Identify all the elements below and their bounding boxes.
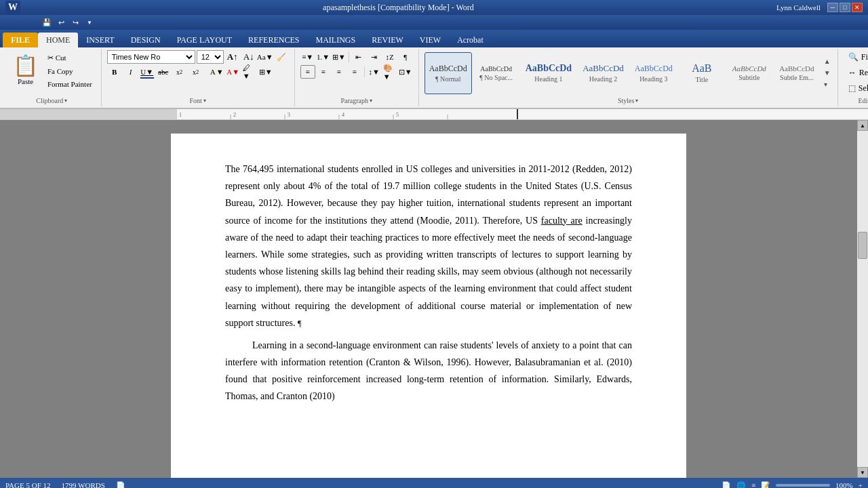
svg-text:1: 1: [179, 112, 182, 118]
style-subtle-em[interactable]: AaBbCcDd Subtle Em...: [774, 52, 820, 94]
tab-file[interactable]: FILE: [3, 33, 38, 47]
italic-btn[interactable]: I: [123, 65, 138, 79]
style-h3-label: Heading 3: [639, 75, 667, 83]
align-left-btn[interactable]: ≡: [300, 65, 315, 79]
style-subtitle[interactable]: AaBbCcDd Subtitle: [726, 52, 772, 94]
align-center-btn[interactable]: ≡: [316, 65, 331, 79]
paragraph-expand[interactable]: ▾: [370, 98, 372, 104]
show-hide-btn[interactable]: ¶: [398, 50, 413, 64]
paste-button[interactable]: 📋 Paste: [8, 50, 43, 96]
close-btn[interactable]: ✕: [852, 3, 863, 12]
style-no-spacing[interactable]: AaBbCcDd ¶ No Spac...: [473, 52, 519, 94]
tab-references[interactable]: REFERENCES: [240, 33, 307, 47]
zoom-in-btn[interactable]: +: [859, 481, 863, 488]
tab-view[interactable]: VIEW: [412, 33, 449, 47]
style-title[interactable]: AaB Title: [679, 52, 725, 94]
tab-page-layout[interactable]: PAGE LAYOUT: [169, 33, 240, 47]
tab-home[interactable]: HOME: [38, 33, 78, 47]
justify-btn[interactable]: ≡: [347, 65, 362, 79]
view-draft-btn[interactable]: 📝: [761, 481, 770, 489]
superscript-btn[interactable]: x2: [189, 65, 203, 79]
styles-expand-btn[interactable]: ▾: [635, 98, 638, 104]
increase-indent-btn[interactable]: ⇥: [367, 50, 382, 64]
status-bar: PAGE 5 OF 12 1799 WORDS 📄 📄 🌐 ≡ 📝 100% +: [0, 478, 868, 488]
scroll-thumb[interactable]: [858, 232, 867, 259]
svg-text:4: 4: [342, 112, 344, 118]
change-case-btn[interactable]: Aa▼: [258, 50, 273, 64]
quick-access-dropdown[interactable]: ▼: [83, 16, 96, 28]
ruler: 1 2 3 4 5: [0, 109, 868, 120]
style-subtitle-preview: AaBbCcDd: [732, 64, 766, 73]
font-name-select[interactable]: Times New Ro: [107, 50, 195, 64]
font-size-select[interactable]: 12: [197, 50, 224, 64]
style-heading2[interactable]: AaBbCcDd Heading 2: [578, 52, 629, 94]
title-text: apasamplethesis [Compatibility Mode] - W…: [20, 3, 776, 13]
paragraph-1: The 764,495 international students enrol…: [225, 161, 632, 331]
select-btn[interactable]: ⬚ Select ▼: [844, 81, 868, 96]
sort-btn[interactable]: ↕Z: [382, 50, 397, 64]
shrink-font-btn[interactable]: A↓: [241, 50, 256, 64]
view-web-btn[interactable]: 🌐: [736, 481, 746, 489]
tab-review[interactable]: REVIEW: [363, 33, 412, 47]
style-normal-label: ¶ Normal: [435, 75, 461, 83]
multilevel-btn[interactable]: ⊞▼: [332, 50, 347, 64]
style-heading3[interactable]: AaBbCcDd Heading 3: [630, 52, 677, 94]
numbering-btn[interactable]: 1.▼: [316, 50, 331, 64]
minimize-btn[interactable]: ─: [827, 3, 838, 12]
replace-btn[interactable]: ↔ Replace: [844, 66, 868, 80]
strikethrough-btn[interactable]: abc: [156, 65, 171, 79]
tab-mailings[interactable]: MAILINGS: [307, 33, 363, 47]
scroll-track[interactable]: [857, 131, 868, 467]
find-icon: 🔍: [848, 52, 859, 62]
title-bar: W apasamplethesis [Compatibility Mode] -…: [0, 0, 868, 15]
tab-acrobat[interactable]: Acrobat: [449, 33, 492, 47]
text-highlight-btn[interactable]: A▼: [210, 65, 224, 79]
style-heading1[interactable]: AaBbCcDd Heading 1: [521, 52, 576, 94]
grow-font-btn[interactable]: A↑: [225, 50, 240, 64]
bullets-btn[interactable]: ≡▼: [300, 50, 315, 64]
restore-btn[interactable]: □: [840, 3, 850, 12]
styles-scroll-down[interactable]: ▼: [823, 68, 832, 78]
styles-expand[interactable]: ▾: [823, 79, 832, 89]
font-color-btn[interactable]: A▼: [226, 65, 241, 79]
shading-para-btn[interactable]: 🎨▼: [382, 65, 397, 79]
cut-button[interactable]: ✂ Cut: [44, 52, 96, 64]
style-subtitle-label: Subtitle: [738, 74, 760, 81]
clear-formatting-btn[interactable]: 🧹: [274, 50, 289, 64]
align-right-btn[interactable]: ≡: [332, 65, 347, 79]
undo-btn[interactable]: ↩: [55, 16, 67, 28]
find-btn[interactable]: 🔍 Find ▼: [844, 50, 868, 64]
bold-btn[interactable]: B: [107, 65, 122, 79]
vertical-scrollbar[interactable]: ▲ ▼: [857, 120, 868, 478]
scroll-down-btn[interactable]: ▼: [857, 467, 868, 478]
format-painter-button[interactable]: Format Painter: [44, 78, 96, 90]
tab-design[interactable]: DESIGN: [123, 33, 169, 47]
font-expand[interactable]: ▾: [203, 98, 206, 104]
tab-insert[interactable]: INSERT: [78, 33, 122, 47]
line-spacing-btn[interactable]: ↕▼: [367, 65, 382, 79]
paragraph-group: ≡▼ 1.▼ ⊞▼ ⇤ ⇥ ↕Z ¶ ≡ ≡ ≡ ≡ ↕▼ 🎨▼: [295, 49, 419, 106]
scroll-up-btn[interactable]: ▲: [857, 120, 868, 131]
clipboard-expand[interactable]: ▾: [64, 98, 67, 104]
layout-icon[interactable]: 📄: [116, 481, 125, 489]
underline-btn[interactable]: U▼: [140, 65, 155, 79]
border-btn[interactable]: ⊞▼: [258, 65, 273, 79]
styles-scroll-up[interactable]: ▲: [823, 56, 832, 66]
border-para-btn[interactable]: ⊡▼: [398, 65, 413, 79]
view-print-btn[interactable]: 📄: [722, 481, 731, 489]
view-outline-btn[interactable]: ≡: [751, 481, 755, 488]
save-quick-btn[interactable]: 💾: [41, 16, 53, 28]
zoom-slider[interactable]: [776, 484, 830, 487]
redo-btn[interactable]: ↪: [69, 16, 81, 28]
shading-btn[interactable]: 🖊▼: [242, 65, 257, 79]
quick-access-toolbar: 💾 ↩ ↪ ▼: [0, 15, 868, 30]
style-subem-preview: AaBbCcDd: [779, 64, 814, 73]
style-normal[interactable]: AaBbCcDd ¶ Normal: [425, 52, 472, 94]
clipboard-label: Clipboard ▾: [8, 96, 96, 105]
copy-button[interactable]: Fa Copy: [44, 65, 96, 77]
subscript-btn[interactable]: x2: [172, 65, 187, 79]
decrease-indent-btn[interactable]: ⇤: [351, 50, 366, 64]
select-icon: ⬚: [848, 83, 856, 94]
document-scroll[interactable]: The 764,495 international students enrol…: [0, 120, 857, 478]
editing-group: 🔍 Find ▼ ↔ Replace ⬚ Select ▼ Editing Ed…: [838, 49, 868, 106]
